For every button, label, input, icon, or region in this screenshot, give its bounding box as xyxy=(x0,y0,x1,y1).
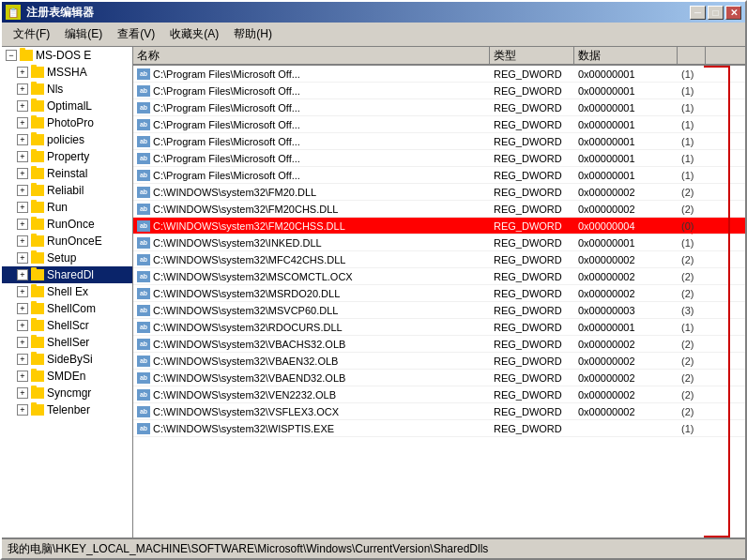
sidebar-item[interactable]: +Property xyxy=(2,148,132,165)
maximize-button[interactable]: □ xyxy=(708,6,724,20)
sidebar-item[interactable]: +Reinstal xyxy=(2,165,132,182)
table-row[interactable]: abC:\Program Files\Microsoft Off...REG_D… xyxy=(133,83,745,99)
table-row[interactable]: abC:\Program Files\Microsoft Off...REG_D… xyxy=(133,133,745,150)
minimize-button[interactable]: ─ xyxy=(690,6,706,20)
menu-view[interactable]: 查看(V) xyxy=(110,24,162,44)
expand-icon[interactable]: + xyxy=(17,404,28,416)
menu-edit[interactable]: 编辑(E) xyxy=(57,24,110,44)
cell-name-text: C:\WINDOWS\system32\MFC42CHS.DLL xyxy=(153,254,345,265)
table-row[interactable]: abC:\WINDOWS\system32\MSVCP60.DLLREG_DWO… xyxy=(133,302,745,319)
table-row[interactable]: abC:\WINDOWS\system32\FM20CHS.DLLREG_DWO… xyxy=(133,201,745,218)
table-row[interactable]: abC:\Program Files\Microsoft Off...REG_D… xyxy=(133,66,745,83)
table-row[interactable]: abC:\Program Files\Microsoft Off...REG_D… xyxy=(133,167,745,184)
sidebar-item[interactable]: +Reliabil xyxy=(2,182,132,199)
table-row[interactable]: abC:\Program Files\Microsoft Off...REG_D… xyxy=(133,99,745,116)
sidebar-item[interactable]: +PhotoPro xyxy=(2,114,132,131)
expand-icon[interactable]: + xyxy=(17,134,28,145)
table-row[interactable]: abC:\WINDOWS\system32\VBACHS32.OLBREG_DW… xyxy=(133,336,745,353)
sidebar-item[interactable]: +SMDEn xyxy=(2,368,132,385)
expand-icon[interactable]: + xyxy=(17,100,28,112)
sidebar-item[interactable]: +Telenber xyxy=(2,401,132,418)
menu-file[interactable]: 文件(F) xyxy=(6,24,57,44)
sidebar-item[interactable]: +ShellCom xyxy=(2,300,132,317)
menu-favorites[interactable]: 收藏夹(A) xyxy=(162,24,226,44)
expand-icon[interactable]: + xyxy=(17,303,28,314)
sidebar-item[interactable]: +RunOnceE xyxy=(2,233,132,250)
sidebar-item[interactable]: +Run xyxy=(2,199,132,216)
window-title: 注册表编辑器 xyxy=(26,5,94,21)
sidebar-item[interactable]: +MSSHA xyxy=(2,64,132,81)
expand-icon[interactable]: + xyxy=(17,269,28,280)
table-row[interactable]: abC:\WINDOWS\system32\MSCOMCTL.OCXREG_DW… xyxy=(133,268,745,285)
expand-icon[interactable]: + xyxy=(17,337,28,348)
expand-icon[interactable]: + xyxy=(17,185,28,196)
sidebar-item[interactable]: +Syncmgr xyxy=(2,385,132,401)
table-row[interactable]: abC:\Program Files\Microsoft Off...REG_D… xyxy=(133,150,745,167)
table-row[interactable]: abC:\WINDOWS\system32\INKED.DLLREG_DWORD… xyxy=(133,235,745,251)
expand-icon[interactable]: + xyxy=(17,235,28,247)
cell-data: 0x00000002 xyxy=(574,406,678,417)
cell-data: 0x00000001 xyxy=(574,153,678,164)
cell-data: 0x00000001 xyxy=(574,136,678,147)
cell-name-text: C:\WINDOWS\system32\MSRDO20.DLL xyxy=(153,288,340,299)
expand-icon[interactable]: + xyxy=(17,83,28,95)
table-row[interactable]: abC:\WINDOWS\system32\VSFLEX3.OCXREG_DWO… xyxy=(133,403,745,420)
sidebar-item-label: MSSHA xyxy=(47,66,87,79)
cell-name: abC:\WINDOWS\system32\RDOCURS.DLL xyxy=(133,322,490,333)
reg-value-icon: ab xyxy=(137,102,150,114)
reg-value-icon: ab xyxy=(137,356,150,367)
sidebar-item[interactable]: +Nls xyxy=(2,81,132,98)
table-row[interactable]: abC:\WINDOWS\system32\VEN2232.OLBREG_DWO… xyxy=(133,386,745,403)
table-row[interactable]: abC:\WINDOWS\system32\RDOCURS.DLLREG_DWO… xyxy=(133,319,745,336)
cell-name-text: C:\WINDOWS\system32\VSFLEX3.OCX xyxy=(153,406,339,417)
data-table[interactable]: abC:\Program Files\Microsoft Off...REG_D… xyxy=(133,66,745,537)
expand-icon[interactable]: + xyxy=(17,202,28,213)
expand-icon[interactable]: + xyxy=(17,252,28,264)
table-row[interactable]: abC:\WINDOWS\system32\VBAEN32.OLBREG_DWO… xyxy=(133,353,745,370)
sidebar-item[interactable]: +ShellSer xyxy=(2,334,132,351)
title-bar-content: 📋 注册表编辑器 xyxy=(6,5,94,21)
cell-name: abC:\WINDOWS\system32\VSFLEX3.OCX xyxy=(133,406,490,417)
sidebar-item[interactable]: +ShellScr xyxy=(2,317,132,334)
table-row[interactable]: abC:\WINDOWS\system32\MSRDO20.DLLREG_DWO… xyxy=(133,285,745,302)
sidebar-item-label: policies xyxy=(47,133,84,146)
expand-icon[interactable]: + xyxy=(17,320,28,331)
sidebar-item[interactable]: +Setup xyxy=(2,250,132,266)
table-row[interactable]: abC:\WINDOWS\system32\MFC42CHS.DLLREG_DW… xyxy=(133,251,745,268)
expand-icon[interactable]: + xyxy=(17,354,28,365)
folder-icon xyxy=(31,100,44,112)
expand-icon[interactable]: + xyxy=(17,371,28,382)
sidebar-item[interactable]: +SideBySi xyxy=(2,351,132,368)
table-row[interactable]: abC:\Program Files\Microsoft Off...REG_D… xyxy=(133,116,745,133)
cell-type: REG_DWORD xyxy=(490,187,574,198)
cell-type: REG_DWORD xyxy=(490,153,574,164)
sidebar-item[interactable]: +OptimalL xyxy=(2,98,132,114)
cell-name-text: C:\Program Files\Microsoft Off... xyxy=(153,136,300,147)
cell-name-text: C:\WINDOWS\system32\VBAEN32.OLB xyxy=(153,356,338,367)
expand-icon[interactable]: + xyxy=(17,219,28,230)
expand-icon[interactable]: + xyxy=(17,286,28,297)
close-button[interactable]: ✕ xyxy=(725,6,741,20)
cell-type: REG_DWORD xyxy=(490,136,574,147)
expand-icon[interactable]: + xyxy=(17,151,28,162)
table-row[interactable]: abC:\WINDOWS\system32\WISPTIS.EXEREG_DWO… xyxy=(133,420,745,437)
cell-type: REG_DWORD xyxy=(490,68,574,80)
table-row[interactable]: abC:\WINDOWS\system32\FM20CHSS.DLLREG_DW… xyxy=(133,218,745,235)
table-row[interactable]: abC:\WINDOWS\system32\FM20.DLLREG_DWORD0… xyxy=(133,184,745,201)
cell-name-text: C:\Program Files\Microsoft Off... xyxy=(153,68,300,80)
expand-icon[interactable]: + xyxy=(17,387,28,399)
expand-icon[interactable]: + xyxy=(17,67,28,78)
folder-icon xyxy=(31,337,44,348)
cell-name-text: C:\Program Files\Microsoft Off... xyxy=(153,119,300,130)
folder-icon xyxy=(31,320,44,331)
sidebar-item[interactable]: +RunOnce xyxy=(2,216,132,233)
sidebar-item[interactable]: −MS-DOS E xyxy=(2,47,132,64)
sidebar-item[interactable]: +SharedDl xyxy=(2,266,132,283)
table-row[interactable]: abC:\WINDOWS\system32\VBAEND32.OLBREG_DW… xyxy=(133,370,745,386)
sidebar-item[interactable]: +policies xyxy=(2,131,132,148)
expand-icon[interactable]: + xyxy=(17,117,28,129)
sidebar-item[interactable]: +Shell Ex xyxy=(2,283,132,300)
expand-icon[interactable]: − xyxy=(6,50,17,61)
expand-icon[interactable]: + xyxy=(17,168,28,179)
menu-help[interactable]: 帮助(H) xyxy=(226,24,280,44)
